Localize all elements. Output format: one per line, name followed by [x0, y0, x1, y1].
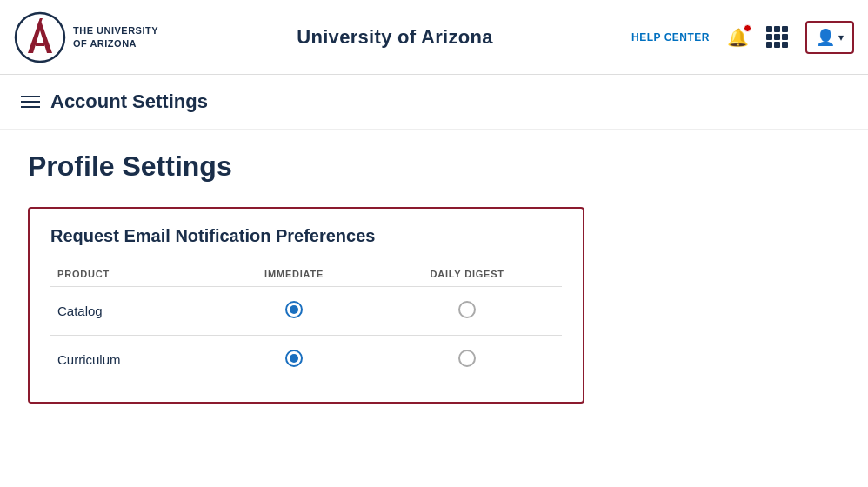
help-center-link[interactable]: Help Center — [631, 31, 710, 43]
cell-daily-digest[interactable] — [372, 287, 562, 336]
grid-dot — [782, 26, 788, 32]
header-left: The University of Arizona — [14, 11, 158, 63]
header-right: Help Center 🔔 👤 ▾ — [631, 21, 854, 54]
apps-grid-icon[interactable] — [766, 26, 788, 48]
cell-daily-digest[interactable] — [372, 336, 562, 384]
grid-dot — [782, 42, 788, 48]
grid-dot — [766, 34, 772, 40]
table-row: Catalog — [50, 287, 562, 336]
user-icon: 👤 — [816, 28, 835, 47]
notification-preferences-card: Request Email Notification Preferences P… — [28, 207, 584, 404]
logo-text: The University of Arizona — [73, 24, 158, 50]
header-title: University of Arizona — [297, 26, 493, 49]
radio-daily-0[interactable] — [458, 301, 476, 318]
radio-daily-1[interactable] — [458, 350, 476, 367]
user-menu-button[interactable]: 👤 ▾ — [805, 21, 854, 54]
subheader: Account Settings — [0, 75, 868, 130]
page-title: Profile Settings — [28, 150, 840, 183]
col-immediate: IMMEDIATE — [216, 264, 372, 287]
grid-dot — [774, 26, 780, 32]
radio-immediate-1[interactable] — [285, 350, 303, 367]
cell-immediate[interactable] — [216, 336, 372, 384]
notification-dot — [744, 24, 751, 32]
cell-product: Catalog — [50, 287, 216, 336]
grid-dot — [766, 42, 772, 48]
table-row: Curriculum — [50, 336, 562, 384]
notification-bell[interactable]: 🔔 — [727, 27, 749, 48]
ua-logo-icon — [14, 11, 66, 63]
grid-dot — [774, 42, 780, 48]
chevron-down-icon: ▾ — [838, 31, 844, 43]
hamburger-line — [21, 101, 40, 103]
svg-marker-3 — [35, 43, 45, 46]
cell-product: Curriculum — [50, 336, 216, 384]
menu-toggle-button[interactable] — [21, 96, 40, 108]
account-settings-heading: Account Settings — [50, 90, 208, 113]
hamburger-line — [21, 106, 40, 108]
col-daily-digest: DAILY DIGEST — [372, 264, 562, 287]
grid-dot — [766, 26, 772, 32]
cell-immediate[interactable] — [216, 287, 372, 336]
grid-dot — [782, 34, 788, 40]
main-content: Profile Settings Request Email Notificat… — [0, 130, 868, 424]
preferences-table: PRODUCT IMMEDIATE DAILY DIGEST CatalogCu… — [50, 264, 562, 384]
radio-immediate-0[interactable] — [285, 301, 303, 318]
table-header-row: PRODUCT IMMEDIATE DAILY DIGEST — [50, 264, 562, 287]
grid-dot — [774, 34, 780, 40]
card-title: Request Email Notification Preferences — [50, 226, 562, 246]
app-header: The University of Arizona University of … — [0, 0, 868, 75]
logo[interactable]: The University of Arizona — [14, 11, 158, 63]
col-product: PRODUCT — [50, 264, 216, 287]
hamburger-line — [21, 96, 40, 97]
